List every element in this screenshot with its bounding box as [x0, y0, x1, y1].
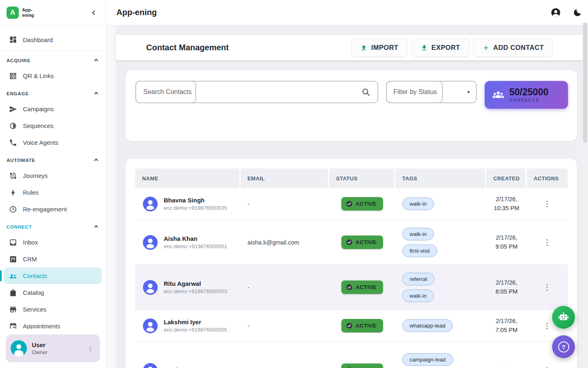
contact-name: Lakshmi Iyer	[164, 319, 227, 325]
page-scrollbar	[582, 22, 588, 368]
user-card[interactable]: User Owner ⋮	[6, 334, 100, 362]
contact-avatar-icon	[143, 197, 158, 211]
user-menu-button[interactable]: ⋮	[85, 343, 95, 354]
contact-created: 2/17/26,8:05 PM	[486, 278, 527, 296]
scrollbar-thumb[interactable]	[583, 22, 587, 143]
robot-icon	[558, 312, 569, 323]
contact-created: 2/17/26,7:05 PM	[486, 317, 527, 334]
app-title: App-ening	[116, 8, 157, 17]
route-icon	[9, 172, 17, 180]
contact-phone: enc:demo:+919876500005	[164, 327, 227, 333]
dashboard-icon	[9, 36, 17, 44]
section-connect[interactable]: CONNECT	[0, 220, 106, 234]
contact-phone: enc:demo:+919876500001	[164, 243, 227, 249]
sidebar-item-dashboard[interactable]: Dashboard	[0, 30, 106, 49]
chatbot-fab[interactable]	[552, 306, 575, 329]
table-row[interactable]: Ritu Agarwal enc:demo:+919876500003 - AC…	[135, 265, 568, 310]
sidebar-item-inbox[interactable]: Inbox	[0, 234, 106, 251]
question-mark-icon: ?	[558, 341, 569, 352]
status-badge: ACTIVE	[341, 280, 383, 294]
sidebar-user-area: User Owner ⋮	[0, 329, 106, 368]
check-circle-icon	[346, 239, 353, 246]
bolt-icon	[9, 188, 17, 197]
sidebar-item-qr-links[interactable]: QR & Links	[0, 67, 106, 84]
import-button[interactable]: IMPORT	[351, 39, 408, 57]
table-row[interactable]: Lakshmi Iyer enc:demo:+919876500005 - AC…	[135, 310, 568, 342]
people-group-icon	[492, 89, 504, 101]
contact-avatar-icon	[143, 363, 158, 368]
search-input[interactable]: Search Contacts	[136, 81, 378, 103]
column-header: CREATED	[486, 168, 527, 188]
tag-chip: walk-in	[402, 289, 434, 302]
row-menu-button[interactable]: ⋮	[539, 282, 555, 293]
filter-card: Search Contacts Filter by Status ▾ 50/25…	[125, 70, 577, 141]
table-row[interactable]: Jyoti Rawat ACTIVE campaign-lead 2/17/26…	[135, 342, 568, 368]
row-menu-button[interactable]: ⋮	[539, 198, 555, 209]
qr-code-icon	[9, 72, 17, 80]
topbar: App-ening	[106, 0, 588, 25]
tag-chip: referral	[402, 273, 434, 285]
contact-name: Ritu Agarwal	[164, 280, 227, 287]
contact-name: Aisha Khan	[164, 235, 227, 242]
contacts-count: 50/25000	[509, 87, 548, 97]
sidebar-item-crm[interactable]: CRM	[0, 251, 106, 267]
contact-phone: enc:demo:+919876500035	[164, 205, 227, 211]
tag-chip: first-visit	[402, 245, 437, 257]
user-name: User	[32, 341, 47, 348]
row-menu-button[interactable]: ⋮	[539, 237, 555, 248]
sidebar-header: A App- ening	[0, 0, 106, 25]
export-button[interactable]: EXPORT	[412, 39, 469, 57]
contact-tags: referralwalk-in	[395, 273, 486, 302]
status-badge: ACTIVE	[341, 236, 383, 249]
column-header: STATUS	[329, 168, 395, 188]
dark-mode-toggle[interactable]	[572, 8, 582, 18]
clock-icon	[9, 205, 17, 213]
contact-email: -	[241, 323, 329, 329]
column-header: EMAIL	[241, 168, 329, 188]
table-row[interactable]: Aisha Khan enc:demo:+919876500001 aisha.…	[135, 220, 568, 265]
contact-email: -	[241, 201, 329, 207]
send-icon	[9, 105, 17, 113]
status-filter-select[interactable]: Filter by Status ▾	[386, 81, 477, 103]
section-acquire[interactable]: ACQUIRE	[0, 54, 106, 67]
account-button[interactable]	[550, 7, 561, 18]
tag-chip: walk-in	[402, 228, 434, 240]
check-circle-icon	[346, 284, 353, 291]
tag-chip: walk-in	[402, 197, 434, 210]
sidebar-collapse-button[interactable]	[90, 9, 98, 17]
contact-avatar-icon	[143, 235, 158, 250]
help-fab[interactable]: ?	[552, 335, 575, 358]
sidebar-item-contacts[interactable]: Contacts	[4, 267, 102, 284]
sidebar-item-rules[interactable]: Rules	[0, 184, 106, 201]
page-toolbar: Contact Management IMPORT EXPORT ADD CON…	[116, 35, 582, 61]
tag-chip: campaign-lead	[402, 353, 453, 366]
sidebar-item-catalog[interactable]: Catalog	[0, 284, 106, 301]
contacts-counter: 50/25000 CONTACTS	[485, 81, 568, 109]
calendar-icon	[9, 322, 17, 329]
sidebar-item-journeys[interactable]: Journeys	[0, 167, 106, 184]
search-icon[interactable]	[361, 88, 370, 96]
check-circle-icon	[346, 200, 353, 207]
sidebar: A App- ening Dashboard ACQUIRE QR & Link…	[0, 0, 106, 368]
section-automate[interactable]: AUTOMATE	[0, 153, 106, 167]
sidebar-item-campaigns[interactable]: Campaigns	[0, 101, 106, 117]
chevron-up-icon	[94, 92, 98, 96]
sidebar-item-sequences[interactable]: Sequences	[0, 117, 106, 134]
table-body: Bhavna Singh enc:demo:+919876500035 - AC…	[135, 188, 568, 368]
sidebar-item-re-engagement[interactable]: Re-engagement	[0, 201, 106, 218]
contacts-table: NAMEEMAILSTATUSTAGSCREATEDACTIONS Bhavna…	[125, 159, 577, 368]
table-row[interactable]: Bhavna Singh enc:demo:+919876500035 - AC…	[135, 188, 568, 220]
sidebar-item-voice-agents[interactable]: Voice Agents	[0, 134, 106, 151]
sidebar-item-services[interactable]: Services	[0, 301, 106, 318]
upload-icon	[360, 44, 368, 52]
sidebar-item-appointments[interactable]: Appointments	[0, 318, 106, 329]
account-circle-icon	[550, 7, 561, 18]
check-circle-icon	[346, 322, 353, 329]
add-contact-button[interactable]: ADD CONTACT	[473, 39, 553, 57]
contact-email: aisha.k@gmail.com	[241, 239, 329, 246]
contact-created: 2/17/26	[486, 366, 527, 368]
contact-created: 2/17/26,9:05 PM	[486, 233, 527, 251]
row-menu-button[interactable]: ⋮	[539, 365, 555, 368]
section-engage[interactable]: ENGAGE	[0, 87, 106, 101]
chevron-up-icon	[94, 58, 98, 63]
